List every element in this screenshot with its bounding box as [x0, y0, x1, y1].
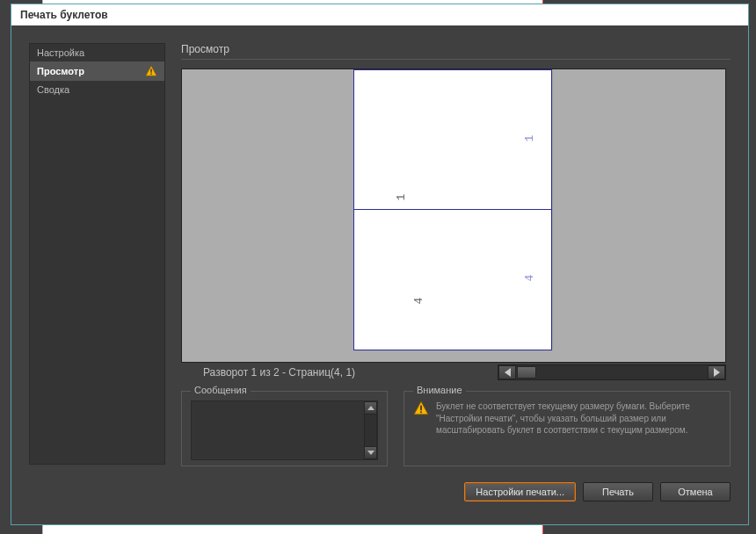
sidebar: Настройка Просмотр Сводка — [29, 43, 165, 465]
warning-icon — [413, 400, 429, 416]
chevron-left-icon — [505, 368, 511, 377]
scroll-track[interactable] — [364, 415, 377, 446]
spread: 1 1 4 4 — [353, 69, 552, 350]
preview-heading: Просмотр — [181, 43, 731, 55]
attention-heading: Внимание — [413, 385, 466, 395]
dialog-body: Настройка Просмотр Сводка Просмотр 1 1 — [11, 25, 748, 524]
attention-fieldset: Внимание Буклет не соответствует текущем… — [403, 391, 731, 466]
messages-list — [191, 400, 378, 460]
sidebar-item-preview[interactable]: Просмотр — [30, 61, 164, 81]
status-row: Разворот 1 из 2 - Страниц(4, 1) — [181, 364, 726, 380]
warning-icon — [145, 65, 157, 77]
page-number: 4 — [412, 298, 425, 305]
pager — [498, 364, 726, 380]
scroll-up-button[interactable] — [364, 401, 377, 415]
pager-next-button[interactable] — [708, 365, 725, 379]
chevron-up-icon — [367, 406, 374, 410]
button-row: Настройки печати... Печать Отмена — [181, 482, 731, 502]
attention-content: Буклет не соответствует текущему размеру… — [413, 400, 721, 437]
messages-fieldset: Сообщения — [181, 391, 388, 466]
pager-thumb[interactable] — [517, 366, 536, 379]
messages-scrollbar — [364, 401, 377, 459]
page-top: 1 1 — [354, 70, 551, 210]
print-booklets-dialog: Печать буклетов Настройка Просмотр Сводк… — [11, 4, 749, 525]
sidebar-item-summary[interactable]: Сводка — [30, 81, 164, 98]
svg-rect-2 — [150, 74, 151, 75]
scroll-down-button[interactable] — [364, 446, 377, 459]
page-bottom: 4 4 — [354, 210, 551, 350]
print-settings-button[interactable]: Настройки печати... — [464, 482, 576, 502]
main-panel: Просмотр 1 1 4 4 Разворот 1 из 2 - Стран… — [181, 43, 731, 507]
page-number: 1 — [395, 194, 408, 201]
divider — [181, 59, 731, 60]
print-button[interactable]: Печать — [583, 482, 653, 502]
sidebar-item-setup[interactable]: Настройка — [30, 44, 164, 61]
spread-status: Разворот 1 из 2 - Страниц(4, 1) — [181, 366, 355, 379]
attention-text: Буклет не соответствует текущему размеру… — [436, 400, 721, 437]
page-number: 4 — [524, 275, 537, 282]
messages-heading: Сообщения — [191, 385, 251, 395]
chevron-right-icon — [714, 368, 720, 377]
pager-prev-button[interactable] — [498, 365, 516, 379]
cancel-button[interactable]: Отмена — [660, 482, 731, 502]
svg-rect-4 — [420, 406, 422, 411]
svg-rect-5 — [420, 411, 422, 413]
page-number: 1 — [524, 135, 537, 142]
lower-panels: Сообщения Внимание — [181, 391, 731, 466]
preview-area: 1 1 4 4 — [181, 69, 726, 363]
sidebar-item-label: Просмотр — [37, 66, 84, 76]
dialog-title: Печать буклетов — [11, 4, 748, 25]
svg-rect-1 — [150, 69, 151, 72]
chevron-down-icon — [367, 451, 374, 455]
